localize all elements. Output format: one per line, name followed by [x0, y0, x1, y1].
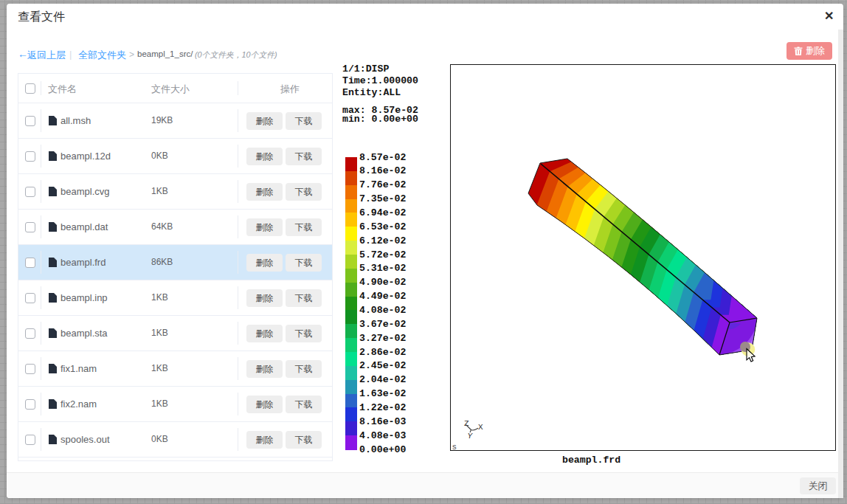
svg-text:X: X [478, 423, 483, 432]
svg-text:s: s [452, 443, 457, 451]
svg-text:Z: Z [464, 419, 469, 428]
svg-text:Y: Y [468, 432, 474, 441]
